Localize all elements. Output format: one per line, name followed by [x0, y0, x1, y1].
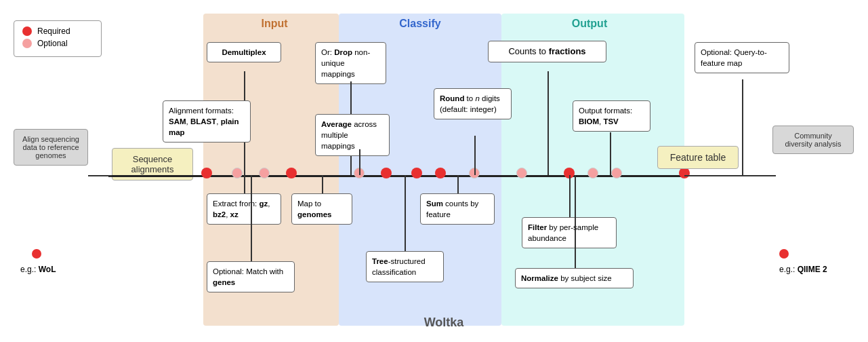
- alignment-formats-box: Alignment formats: SAM, BLAST, plain map: [163, 100, 251, 142]
- conn-filter: [569, 175, 571, 217]
- section-label-input: Input: [241, 18, 308, 30]
- legend-box: Required Optional: [14, 20, 102, 57]
- counts-fractions-text: Counts to fractions: [508, 46, 585, 56]
- tree-structured-text: Tree-structured classification: [372, 257, 426, 276]
- dot-2: [286, 168, 297, 178]
- feature-table-text: Feature table: [670, 152, 726, 163]
- output-formats-text: Output formats: BIOM, TSV: [579, 107, 632, 126]
- woltka-label: Woltka: [203, 316, 684, 330]
- wol-dot: [32, 249, 41, 259]
- dot-4: [411, 168, 422, 178]
- connector-left: [88, 175, 112, 176]
- normalize-box: Normalize by subject size: [515, 268, 634, 288]
- conn-normalize: [575, 175, 576, 268]
- sequence-alignments-text: Sequence alignments: [131, 154, 174, 174]
- counts-fractions-box: Counts to fractions: [488, 41, 606, 62]
- conn-extract: [244, 175, 245, 193]
- right-example-bold: QIIME 2: [798, 265, 827, 274]
- dot-7: [679, 168, 690, 178]
- pipeline-line: [108, 175, 684, 177]
- dot-opt-5: [516, 168, 527, 178]
- section-label-classify: Classify: [386, 18, 454, 30]
- demultiplex-text: Demultiplex: [222, 48, 266, 56]
- align-text: Align sequencing data to reference genom…: [22, 135, 79, 159]
- alignment-formats-text: Alignment formats: SAM, BLAST, plain map: [169, 107, 239, 136]
- conn-round: [474, 136, 476, 175]
- community-diversity-text: Community diversity analysis: [785, 132, 841, 148]
- extract-text: Extract from: gz, bz2, xz: [213, 200, 270, 218]
- qiime-dot: [779, 249, 789, 259]
- optional-label: Optional: [37, 39, 68, 48]
- conn-tree: [405, 175, 406, 251]
- conn-counts-fractions: [547, 71, 549, 175]
- conn-feature-table-h: [684, 175, 739, 176]
- community-diversity-box: Community diversity analysis: [772, 126, 854, 154]
- map-genomes-box: Map to genomes: [291, 193, 352, 225]
- conn-community-h: [739, 175, 776, 176]
- left-example: e.g.: WoL: [20, 265, 56, 274]
- required-label: Required: [37, 26, 70, 36]
- dot-opt-2: [259, 168, 270, 178]
- optional-match-box: Optional: Match with genes: [207, 261, 295, 292]
- query-feature-text: Optional: Query-to-feature map: [701, 48, 767, 67]
- conn-output-formats: [610, 132, 611, 175]
- left-example-bold: WoL: [39, 265, 56, 274]
- sum-counts-text: Sum counts by feature: [426, 200, 478, 218]
- tree-structured-box: Tree-structured classification: [366, 251, 444, 282]
- filter-box: Filter by per-sample abundance: [522, 217, 617, 248]
- optional-dot: [22, 39, 32, 48]
- query-feature-box: Optional: Query-to-feature map: [695, 42, 789, 73]
- conn-match-genes: [251, 175, 252, 261]
- round-box: Round to n digits (default: integer): [434, 88, 512, 119]
- normalize-text: Normalize by subject size: [521, 274, 612, 282]
- drop-unique-text: Or: Drop non-unique mappings: [321, 48, 370, 78]
- section-label-output: Output: [556, 18, 623, 30]
- conn-sum-counts: [457, 175, 459, 193]
- average-text: Average across multiple mappings: [321, 120, 377, 150]
- dot-5: [435, 168, 446, 178]
- right-example: e.g.: QIIME 2: [779, 265, 827, 274]
- dot-opt-7: [611, 168, 622, 178]
- dot-opt-6: [587, 168, 598, 178]
- feature-table-box: Feature table: [657, 146, 739, 169]
- drop-unique-box: Or: Drop non-unique mappings: [315, 42, 386, 84]
- conn-map-genomes: [322, 175, 323, 193]
- round-text: Round to n digits (default: integer): [440, 94, 500, 113]
- extract-box: Extract from: gz, bz2, xz: [207, 193, 281, 225]
- optional-match-text: Optional: Match with genes: [213, 267, 283, 286]
- average-box: Average across multiple mappings: [315, 114, 390, 156]
- demultiplex-box: Demultiplex: [207, 42, 281, 62]
- map-genomes-text: Map to genomes: [297, 200, 332, 218]
- dot-opt-1: [232, 168, 243, 178]
- dot-3: [381, 168, 392, 178]
- dot-1: [201, 168, 212, 178]
- sum-counts-box: Sum counts by feature: [420, 193, 495, 225]
- output-formats-box: Output formats: BIOM, TSV: [573, 100, 650, 132]
- filter-text: Filter by per-sample abundance: [528, 223, 598, 242]
- align-box: Align sequencing data to reference genom…: [14, 129, 88, 166]
- conn-average: [359, 149, 360, 175]
- required-dot: [22, 26, 32, 36]
- conn-query: [742, 79, 743, 175]
